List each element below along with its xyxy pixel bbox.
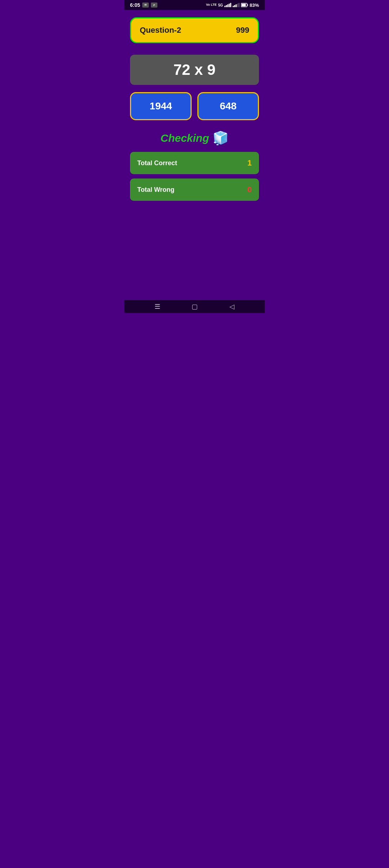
checking-section: Checking 🧊 Total Correct 1 Total Wrong 0 [130,130,259,201]
math-problem-container: 72 x 9 [130,55,259,85]
question-title: Question-2 [140,26,181,35]
status-left: 6:05 ✉ P [130,2,157,8]
status-time: 6:05 [130,2,140,8]
battery-percent: 83% [250,3,259,8]
question-card: Question-2 999 [130,17,259,43]
lte-label: Vo LTE [206,3,217,7]
back-nav-icon[interactable]: ◁ [229,303,234,311]
svg-rect-2 [241,4,246,6]
total-correct-card: Total Correct 1 [130,152,259,174]
nav-bar: ☰ ▢ ◁ [124,300,265,313]
answer-btn-2[interactable]: 648 [197,92,259,120]
answer-btn-1[interactable]: 1944 [130,92,192,120]
status-bar: 6:05 ✉ P Vo LTE 5G 83% [124,0,265,10]
total-wrong-card: Total Wrong 0 [130,178,259,201]
total-wrong-value: 0 [247,185,252,194]
question-score: 999 [236,26,249,35]
paytm-icon: P [151,3,157,8]
status-right: Vo LTE 5G 83% [206,3,259,8]
home-nav-icon[interactable]: ▢ [192,303,198,311]
network-type: 5G [218,3,223,7]
signal-bars-1 [224,3,231,7]
stats-container: Total Correct 1 Total Wrong 0 [130,152,259,201]
battery-icon [241,3,248,7]
menu-nav-icon[interactable]: ☰ [155,303,160,311]
checking-label: Checking [160,132,209,144]
total-correct-label: Total Correct [137,159,177,167]
total-wrong-label: Total Wrong [137,186,174,194]
main-content: Question-2 999 72 x 9 1944 648 Checking … [124,10,265,300]
answer-buttons: 1944 648 [130,92,259,120]
total-correct-value: 1 [247,158,252,168]
signal-bars-2 [233,3,240,7]
checking-header: Checking 🧊 [160,130,228,146]
math-expression: 72 x 9 [174,61,216,78]
svg-rect-1 [247,4,248,6]
robot-icon: 🧊 [213,130,229,146]
message-icon: ✉ [142,3,149,8]
